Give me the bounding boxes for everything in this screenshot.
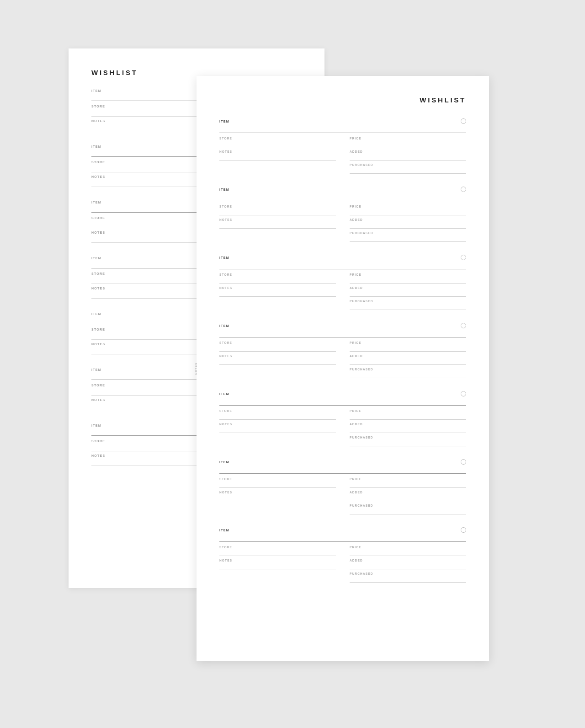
notes-label: NOTES xyxy=(219,218,336,221)
price-line xyxy=(350,210,466,215)
notes-line xyxy=(219,564,336,569)
notes-field: NOTES xyxy=(219,150,336,161)
item-line xyxy=(219,399,466,406)
purchased-label: PURCHASED xyxy=(350,436,466,439)
purchased-label: PURCHASED xyxy=(350,231,466,235)
left-fields: STORE NOTES xyxy=(219,341,336,381)
purchased-field: PURCHASED xyxy=(350,300,466,310)
item-line xyxy=(219,535,466,542)
purchased-line xyxy=(350,577,466,583)
price-label: PRICE xyxy=(350,546,466,549)
front-item-1: ITEM STORE NOTES PRICE xyxy=(219,118,466,177)
front-item-7: ITEM STORE NOTES PRICE xyxy=(219,527,466,585)
added-label: ADDED xyxy=(350,218,466,221)
back-card-title: WISHLIST xyxy=(91,69,302,76)
store-line xyxy=(219,210,336,215)
checkbox-circle[interactable] xyxy=(461,391,466,396)
added-field: ADDED xyxy=(350,218,466,229)
front-card-title: WISHLIST xyxy=(219,96,466,104)
store-field: STORE xyxy=(219,341,336,352)
left-fields: STORE NOTES xyxy=(219,273,336,313)
price-field: PRICE xyxy=(350,273,466,284)
purchased-label: PURCHASED xyxy=(350,300,466,303)
added-line xyxy=(350,291,466,297)
price-field: PRICE xyxy=(350,137,466,147)
item-label: ITEM xyxy=(219,529,229,532)
fields-row: STORE NOTES PRICE ADDED xyxy=(219,273,466,313)
added-field: ADDED xyxy=(350,354,466,365)
checkbox-circle[interactable] xyxy=(461,323,466,328)
purchased-label: PURCHASED xyxy=(350,368,466,371)
added-field: ADDED xyxy=(350,423,466,433)
item-label: ITEM xyxy=(219,460,229,464)
purchased-line xyxy=(350,236,466,242)
checkbox-circle[interactable] xyxy=(461,187,466,192)
purchased-line xyxy=(350,373,466,378)
price-line xyxy=(350,482,466,488)
price-field: PRICE xyxy=(350,205,466,215)
purchased-label: PURCHASED xyxy=(350,504,466,507)
store-field: STORE xyxy=(219,273,336,284)
notes-line xyxy=(219,359,336,365)
store-label: STORE xyxy=(219,409,336,412)
item-label: ITEM xyxy=(219,256,229,259)
store-label: STORE xyxy=(219,137,336,140)
notes-field: NOTES xyxy=(219,286,336,297)
item-line xyxy=(219,195,466,201)
fields-row: STORE NOTES PRICE ADDED xyxy=(219,477,466,517)
purchased-line xyxy=(350,441,466,446)
notes-line xyxy=(219,496,336,501)
purchased-field: PURCHASED xyxy=(350,231,466,242)
item-header: ITEM xyxy=(219,391,466,396)
price-label: PRICE xyxy=(350,273,466,276)
right-fields: PRICE ADDED PURCHASED xyxy=(350,341,466,381)
purchased-field: PURCHASED xyxy=(350,504,466,514)
fields-row: STORE NOTES PRICE ADDED xyxy=(219,205,466,245)
price-field: PRICE xyxy=(350,546,466,556)
checkbox-circle[interactable] xyxy=(461,459,466,465)
purchased-line xyxy=(350,305,466,310)
store-field: STORE xyxy=(219,546,336,556)
notes-field: NOTES xyxy=(219,423,336,433)
item-label: ITEM xyxy=(219,188,229,191)
right-fields: PRICE ADDED PURCHASED xyxy=(350,546,466,585)
item-line xyxy=(219,467,466,474)
store-field: STORE xyxy=(219,205,336,215)
price-line xyxy=(350,142,466,147)
price-line xyxy=(350,414,466,420)
added-label: ADDED xyxy=(350,286,466,289)
added-line xyxy=(350,155,466,161)
notes-field: NOTES xyxy=(219,218,336,229)
notes-label: NOTES xyxy=(219,491,336,494)
front-item-2: ITEM STORE NOTES PRICE xyxy=(219,187,466,245)
store-field: STORE xyxy=(219,137,336,147)
checkbox-circle[interactable] xyxy=(461,118,466,124)
left-fields: STORE NOTES xyxy=(219,546,336,585)
price-line xyxy=(350,551,466,556)
side-notes-label: NOTES xyxy=(195,363,197,375)
notes-field: NOTES xyxy=(219,354,336,365)
right-fields: PRICE ADDED PURCHASED xyxy=(350,137,466,177)
price-label: PRICE xyxy=(350,205,466,208)
notes-label: NOTES xyxy=(219,423,336,426)
notes-field: NOTES xyxy=(219,491,336,501)
checkbox-circle[interactable] xyxy=(461,255,466,260)
checkbox-circle[interactable] xyxy=(461,527,466,533)
store-label: STORE xyxy=(219,205,336,208)
front-item-6: ITEM STORE NOTES PRICE xyxy=(219,459,466,517)
store-label: STORE xyxy=(219,273,336,276)
store-line xyxy=(219,551,336,556)
price-label: PRICE xyxy=(350,477,466,481)
purchased-field: PURCHASED xyxy=(350,368,466,378)
store-line xyxy=(219,142,336,147)
price-label: PRICE xyxy=(350,137,466,140)
added-line xyxy=(350,359,466,365)
left-fields: STORE NOTES xyxy=(219,205,336,245)
purchased-line xyxy=(350,509,466,514)
item-header: ITEM xyxy=(219,255,466,260)
fields-row: STORE NOTES PRICE ADDED xyxy=(219,546,466,585)
purchased-label: PURCHASED xyxy=(350,163,466,166)
added-line xyxy=(350,564,466,569)
front-item-4: ITEM STORE NOTES PRICE xyxy=(219,323,466,381)
added-label: ADDED xyxy=(350,491,466,494)
